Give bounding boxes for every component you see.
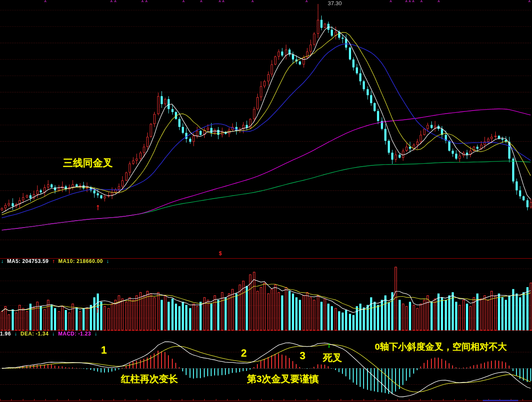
peak-price-label: 37.30 [328,0,342,6]
volume-ma5-readout: MA5: 204753.59 [7,258,48,264]
annotation-third-cross-caution: 第3次金叉要谨慎 [247,374,319,384]
ex-rights-marker: $ [219,251,222,256]
volume-ma-readout: ↓ MA5: 204753.59 ↑ MA10: 218660.00 ↓ [1,259,111,264]
up-arrow-icon: ↑ [52,258,55,264]
annotation-golden-cross-3: 3 [300,351,305,361]
annotation-below-zero-note: 0轴下小斜度金叉，空间相对不大 [375,342,507,351]
annotation-golden-cross-2: 2 [241,348,247,358]
macd-dea-readout: DEA: -1.34 [21,331,49,337]
macd-readout: 1.96 ↓ DEA: -1.34 ↓ MACD: -1.23 ↓ [0,331,99,336]
macd-value-readout: MACD: -1.23 [58,331,91,337]
volume-ma10-readout: MA10: 218660.00 [58,258,103,264]
up-arrow-icon: ↑ [95,305,99,314]
down-arrow-icon: ↓ [14,331,17,337]
down-arrow-icon: ↓ [1,258,4,264]
down-arrow-icon: ↓ [95,331,98,337]
stock-chart-window: 37.30 三线同金叉 ↑ $ ↓ MA5: 204753.59 ↑ MA10:… [0,0,532,402]
annotation-red-bars-longer: 红柱再次变长 [121,374,178,384]
annotation-death-cross: 死叉 [323,353,342,363]
up-arrow-icon: ↑ [95,203,100,211]
down-arrow-icon: ↓ [327,342,331,349]
down-arrow-icon: ↓ [52,331,55,337]
annotation-golden-cross-1: 1 [101,345,107,355]
macd-dif-readout: 1.96 [0,331,11,337]
annotation-three-line-golden-cross: 三线同金叉 [63,158,113,168]
down-arrow-icon: ↓ [106,258,109,264]
